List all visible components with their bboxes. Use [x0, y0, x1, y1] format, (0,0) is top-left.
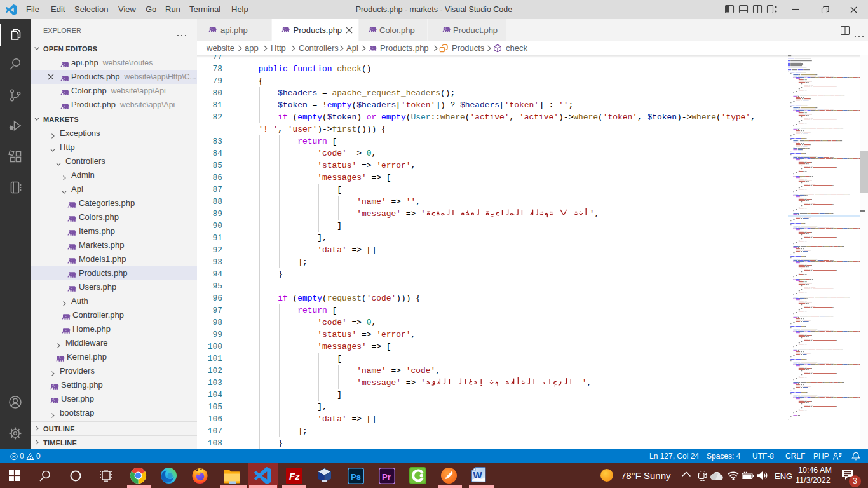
svg-text:W: W	[473, 470, 483, 480]
svg-text:Pr: Pr	[382, 472, 391, 482]
svg-text:Ps: Ps	[351, 472, 361, 482]
svg-text:Fz: Fz	[289, 471, 300, 482]
